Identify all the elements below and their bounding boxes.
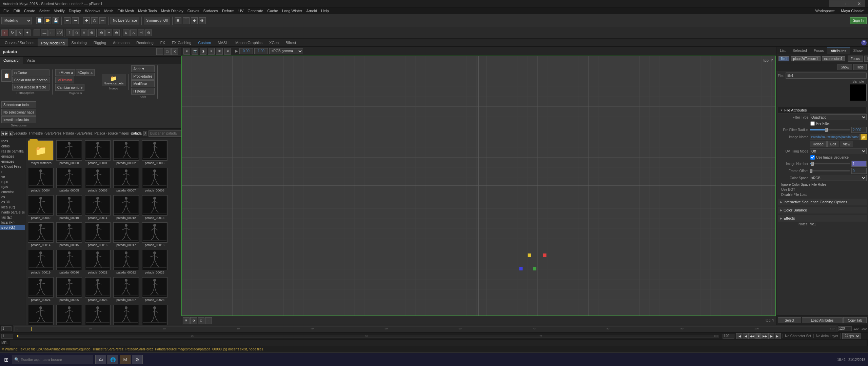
file-item-8[interactable]: patada_00007 [112, 167, 140, 194]
effects-section[interactable]: ▶ Effects [778, 215, 867, 222]
ae-copy-tab-btn[interactable]: Copy Tab [843, 317, 867, 323]
panel-menu-btn[interactable]: ≡ [183, 48, 190, 55]
deselect-btn[interactable]: No seleccionar nada [1, 109, 36, 116]
delete-btn[interactable]: ✕ Eliminar [55, 77, 74, 83]
lasso-tool-btn[interactable]: ◎ [91, 17, 98, 24]
panel-minimize-btn[interactable]: — [156, 48, 163, 55]
menu-select[interactable]: Select [37, 9, 52, 13]
node-tab-place2d[interactable]: place2dTexture1 [791, 56, 820, 61]
range-start-input[interactable] [1, 326, 12, 331]
snap-view-btn[interactable]: 👁 [199, 17, 206, 24]
taskbar-explorer-btn[interactable]: 🗂 [95, 355, 106, 364]
ae-tab-attributes[interactable]: Attributes [827, 47, 850, 54]
modify-btn[interactable]: Modificar [131, 80, 154, 87]
file-item-32[interactable]: patada_00031 [84, 304, 112, 325]
connect-btn[interactable]: ⊗ [113, 29, 120, 36]
show-btn[interactable]: 👁 [216, 48, 223, 55]
open-btn[interactable]: Abrir ▼ [131, 65, 154, 72]
copy-to-btn[interactable]: ⎘ Copiar a [76, 69, 95, 76]
tab-sculpting[interactable]: Sculpting [68, 39, 90, 46]
prev-frame-btn[interactable]: ◀ [743, 333, 749, 339]
timeline-track[interactable]: 1 10 20 30 40 50 60 70 80 90 100 110 [13, 325, 838, 332]
tree-item-10[interactable]: ementos [0, 189, 25, 195]
signin-btn[interactable]: Sign In [850, 17, 867, 24]
save-file-btn[interactable]: 💾 [53, 17, 59, 24]
taskbar-browser-btn[interactable]: 🌐 [107, 355, 118, 364]
ae-load-attrs-btn[interactable]: Load Attributes [802, 317, 843, 323]
file-item-28[interactable]: patada_00027 [112, 276, 140, 303]
tree-item-2[interactable]: ras de pantalla [0, 149, 25, 154]
symmetry-btn[interactable]: Symmetry: Off [144, 17, 170, 24]
forward-btn[interactable]: ▶ [5, 131, 8, 136]
play-fwd-btn[interactable]: ▶▶ [762, 333, 768, 339]
scale-btn[interactable]: ⤡ [16, 29, 23, 36]
new-folder-btn[interactable]: 📁 Nueva carpeta [102, 74, 126, 86]
tab-compartir[interactable]: Compartir [0, 57, 23, 64]
tab-vista[interactable]: Vista [23, 57, 38, 64]
file-item-19[interactable]: patada_00018 [141, 221, 169, 248]
redo-btn[interactable]: ↪ [72, 17, 79, 24]
vertex-btn[interactable]: · [34, 29, 40, 36]
vp-grid-btn[interactable]: ⊞ [183, 317, 190, 324]
uv-btn[interactable]: UV [56, 29, 63, 36]
pre-filter-radius-input[interactable] [851, 127, 867, 133]
menu-mesh[interactable]: Mesh [102, 9, 115, 13]
separate-btn[interactable]: ∩ [130, 29, 137, 36]
shading-btn[interactable]: ◑ [200, 48, 206, 55]
vp-wireframe-btn[interactable]: ◻ [198, 317, 204, 324]
fps-select[interactable]: 24 fps [842, 333, 861, 339]
file-item-34[interactable]: patada_00033 [141, 304, 169, 325]
ae-tab-selected[interactable]: Selected [789, 47, 810, 54]
menu-windows[interactable]: Windows [83, 9, 102, 13]
file-item-10[interactable]: patada_00009 [27, 194, 55, 221]
open-file-btn[interactable]: 📂 [44, 17, 51, 24]
tree-item-14[interactable]: rvado para el sistema [0, 210, 25, 215]
bridge-btn[interactable]: ⌗ [81, 29, 87, 36]
vp-shading-btn[interactable]: ◑ [190, 317, 197, 324]
ae-select-btn[interactable]: Select [778, 317, 801, 323]
slider-thumb[interactable] [825, 128, 828, 132]
file-item-14[interactable]: patada_00013 [141, 194, 169, 221]
menu-generate[interactable]: Generate [245, 9, 265, 13]
menu-mesh-display[interactable]: Mesh Display [159, 9, 185, 13]
help-icon[interactable]: ? [861, 40, 867, 45]
tree-item-9[interactable]: rgas [0, 184, 25, 189]
file-item-15[interactable]: patada_00014 [27, 221, 55, 248]
ae-tab-list[interactable]: List [776, 47, 789, 54]
tree-item-8[interactable]: rupo [0, 179, 25, 184]
paint-tool-btn[interactable]: ✏ [99, 17, 106, 24]
file-item-21[interactable]: patada_00020 [55, 249, 83, 276]
menu-surfaces[interactable]: Surfaces [201, 9, 220, 13]
menu-create[interactable]: Create [22, 9, 37, 13]
taskbar-maya-btn[interactable]: M [120, 355, 131, 364]
file-item-20[interactable]: patada_00019 [27, 249, 55, 276]
rotate-btn[interactable]: ↻ [9, 29, 16, 36]
mel-input[interactable] [10, 340, 867, 346]
color-balance-section[interactable]: ▶ Color Balance [778, 207, 867, 214]
use-img-seq-checkbox[interactable] [810, 155, 815, 160]
select-tool-btn[interactable]: ✚ [83, 17, 90, 24]
move-to-btn[interactable]: → Mover a [55, 69, 75, 76]
vp-smooth-btn[interactable]: ○ [205, 317, 212, 324]
tree-item-6[interactable]: n [0, 169, 25, 174]
mode-selector[interactable]: Modeling [1, 17, 32, 24]
file-item-23[interactable]: patada_00022 [112, 249, 140, 276]
hide-btn[interactable]: Hide [853, 64, 867, 70]
menu-edit-mesh[interactable]: Edit Mesh [115, 9, 136, 13]
panel-maximize-btn[interactable]: □ [164, 48, 171, 55]
invert-selection-btn[interactable]: Invertir selección [1, 116, 36, 123]
tree-item-5[interactable]: e Cloud Files [0, 164, 25, 169]
file-item-9[interactable]: patada_00008 [141, 167, 169, 194]
paste-btn[interactable]: 📋 [1, 69, 12, 82]
file-item-2[interactable]: patada_00001 [84, 139, 112, 166]
tab-custom[interactable]: Custom [195, 39, 214, 46]
crumb-0[interactable]: Segundo_Trimestre [13, 131, 43, 135]
no-live-surface-btn[interactable]: No Live Surface [111, 17, 139, 24]
universal-manip-btn[interactable]: ✦ [24, 29, 31, 36]
show-btn[interactable]: Show [837, 64, 852, 70]
up-btn[interactable]: ▲ [9, 131, 13, 136]
file-item-5[interactable]: patada_00004 [27, 167, 55, 194]
frame-offset-input[interactable] [851, 168, 867, 174]
menu-curves[interactable]: Curves [185, 9, 201, 13]
ae-tab-help[interactable]: Help [866, 47, 868, 54]
